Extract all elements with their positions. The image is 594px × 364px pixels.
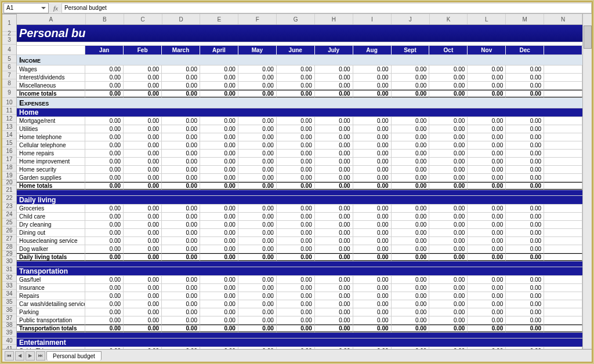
value-cell[interactable]: 0.00 (277, 158, 315, 165)
row-header[interactable]: 16 (2, 147, 16, 155)
column-header[interactable]: N (544, 14, 582, 24)
month-header[interactable]: Dec (506, 46, 544, 54)
cell[interactable] (506, 196, 544, 204)
value-cell[interactable]: 0.00 (353, 213, 392, 220)
value-cell[interactable]: 0.00 (315, 347, 353, 349)
value-cell[interactable]: 0.00 (468, 205, 506, 212)
cell[interactable] (315, 108, 353, 117)
value-cell[interactable]: 0.00 (162, 237, 200, 245)
value-cell[interactable]: 0.00 (277, 347, 315, 349)
value-cell[interactable]: 0.00 (200, 213, 238, 220)
row-label[interactable]: Insurance (17, 284, 85, 292)
value-cell[interactable]: 0.00 (85, 65, 124, 73)
value-cell[interactable]: 0.00 (238, 90, 277, 97)
tab-nav-next-icon[interactable]: ▶ (26, 351, 35, 361)
cell[interactable] (429, 25, 468, 42)
row-header[interactable]: 15 (2, 139, 16, 147)
cell[interactable] (17, 190, 85, 195)
value-cell[interactable]: 0.00 (392, 166, 430, 173)
cell[interactable] (506, 98, 544, 108)
cell[interactable] (85, 108, 124, 117)
value-cell[interactable]: 0.00 (429, 347, 468, 349)
cell[interactable] (200, 190, 238, 195)
value-cell[interactable]: 0.00 (506, 182, 544, 190)
value-cell[interactable]: 0.00 (429, 284, 468, 292)
value-cell[interactable]: 0.00 (200, 300, 238, 308)
value-cell[interactable]: 0.00 (392, 237, 430, 245)
cell[interactable] (85, 333, 124, 338)
cell[interactable] (391, 55, 429, 65)
value-cell[interactable]: 0.00 (506, 221, 544, 228)
value-cell[interactable]: 0.00 (315, 308, 353, 316)
month-header[interactable]: June (277, 46, 315, 54)
value-cell[interactable]: 0.00 (200, 205, 238, 212)
cell[interactable] (353, 25, 392, 42)
value-cell[interactable] (544, 82, 582, 89)
value-cell[interactable]: 0.00 (315, 325, 353, 332)
tab-nav-first-icon[interactable]: ⏮ (5, 351, 14, 361)
value-cell[interactable]: 0.00 (506, 300, 544, 308)
value-cell[interactable]: 0.00 (392, 205, 430, 212)
cell[interactable] (162, 108, 200, 117)
value-cell[interactable]: 0.00 (353, 74, 392, 81)
value-cell[interactable]: 0.00 (315, 74, 353, 81)
cell[interactable] (162, 98, 200, 108)
value-cell[interactable]: 0.00 (392, 316, 430, 324)
value-cell[interactable]: 0.00 (162, 308, 200, 316)
month-header[interactable]: April (200, 46, 238, 54)
value-cell[interactable]: 0.00 (315, 117, 353, 125)
month-header[interactable]: March (162, 46, 200, 54)
value-cell[interactable]: 0.00 (353, 237, 392, 245)
value-cell[interactable]: 0.00 (85, 347, 124, 349)
cell[interactable] (353, 333, 392, 338)
cell[interactable] (200, 261, 238, 267)
cell[interactable] (506, 55, 544, 65)
cell[interactable] (162, 267, 200, 275)
column-header[interactable]: D (162, 14, 201, 24)
row-header[interactable]: 30 (2, 257, 16, 265)
value-cell[interactable]: 0.00 (392, 125, 430, 133)
value-cell[interactable]: 0.00 (124, 90, 162, 97)
value-cell[interactable]: 0.00 (238, 221, 277, 228)
value-cell[interactable]: 0.00 (392, 158, 430, 165)
value-cell[interactable]: 0.00 (392, 82, 430, 89)
value-cell[interactable]: 0.00 (315, 150, 353, 157)
value-cell[interactable]: 0.00 (315, 276, 353, 283)
column-header[interactable]: G (277, 14, 315, 24)
row-header[interactable]: 32 (2, 274, 16, 282)
value-cell[interactable]: 0.00 (200, 182, 238, 190)
tab-nav-last-icon[interactable]: ⏭ (36, 351, 45, 361)
column-header[interactable]: A (17, 14, 86, 24)
value-cell[interactable]: 0.00 (353, 347, 392, 349)
value-cell[interactable]: 0.00 (124, 347, 162, 349)
value-cell[interactable]: 0.00 (506, 213, 544, 220)
row-header[interactable]: 6 (2, 63, 16, 71)
value-cell[interactable]: 0.00 (468, 229, 506, 236)
cell[interactable] (124, 108, 162, 117)
row-header[interactable]: 17 (2, 155, 16, 163)
value-cell[interactable] (544, 205, 582, 212)
value-cell[interactable]: 0.00 (506, 125, 544, 133)
value-cell[interactable]: 0.00 (392, 117, 430, 125)
row-header[interactable]: 10 (2, 98, 16, 107)
value-cell[interactable]: 0.00 (468, 347, 506, 349)
value-cell[interactable]: 0.00 (429, 158, 468, 165)
value-cell[interactable]: 0.00 (200, 316, 238, 324)
cell[interactable] (124, 267, 162, 275)
row-header[interactable]: 25 (2, 219, 16, 227)
value-cell[interactable]: 0.00 (392, 229, 430, 236)
value-cell[interactable]: 0.00 (392, 221, 430, 228)
cell[interactable] (506, 25, 544, 42)
value-cell[interactable]: 0.00 (85, 90, 124, 97)
value-cell[interactable]: 0.00 (353, 253, 392, 261)
value-cell[interactable]: 0.00 (506, 308, 544, 316)
row-header[interactable]: 12 (2, 115, 16, 123)
value-cell[interactable]: 0.00 (238, 245, 277, 253)
sheet-tab[interactable]: Personal budget (46, 351, 102, 361)
value-cell[interactable]: 0.00 (238, 174, 277, 181)
row-header[interactable]: 5 (2, 55, 16, 63)
value-cell[interactable]: 0.00 (277, 308, 315, 316)
value-cell[interactable]: 0.00 (85, 117, 124, 125)
cell[interactable] (315, 333, 353, 338)
value-cell[interactable]: 0.00 (315, 213, 353, 220)
